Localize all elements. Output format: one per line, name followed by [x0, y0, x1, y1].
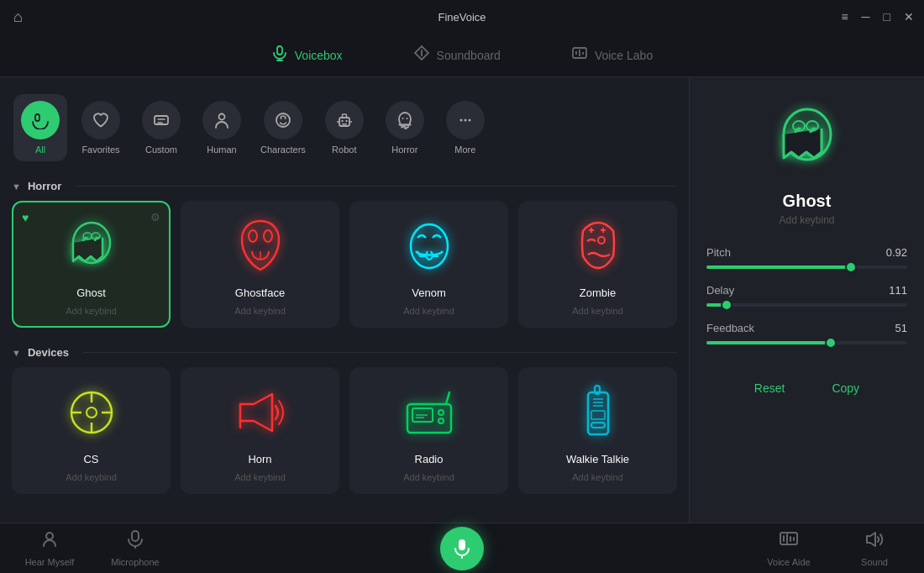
cat-all[interactable]: All — [13, 94, 67, 161]
delay-track[interactable] — [706, 303, 907, 307]
ghost-settings-icon[interactable]: ⚙ — [150, 211, 160, 223]
svg-point-31 — [411, 224, 448, 268]
cat-robot[interactable]: Robot — [318, 94, 371, 161]
feedback-track[interactable] — [706, 341, 907, 344]
microphone-label: Microphone — [111, 557, 159, 567]
copy-button[interactable]: Copy — [818, 376, 873, 400]
minimize-button[interactable]: ─ — [862, 10, 870, 24]
cat-favorites[interactable]: Favorites — [74, 94, 128, 161]
svg-point-47 — [438, 410, 444, 415]
cat-custom-icon — [142, 101, 181, 139]
devices-divider — [82, 352, 677, 353]
walkie-icon — [564, 379, 632, 446]
cat-custom[interactable]: Custom — [134, 94, 188, 161]
voice-aide-button[interactable]: Voice Aide — [759, 529, 818, 567]
voice-card-walkie[interactable]: Walkie Talkie Add keybind — [518, 367, 677, 494]
horn-icon — [227, 379, 294, 446]
svg-point-42 — [87, 407, 97, 418]
maximize-button[interactable]: □ — [884, 10, 890, 24]
zombie-keybind[interactable]: Add keybind — [572, 306, 623, 316]
radio-keybind[interactable]: Add keybind — [403, 472, 454, 482]
voice-card-cs[interactable]: CS Add keybind — [12, 367, 171, 494]
delay-value: 111 — [889, 284, 907, 297]
cat-horror[interactable]: Horror — [378, 94, 432, 161]
delay-row: Delay 111 — [706, 284, 907, 297]
pitch-value: 0.92 — [886, 246, 907, 259]
cat-characters-label: Characters — [260, 145, 306, 155]
venom-keybind[interactable]: Add keybind — [403, 306, 454, 316]
cat-more[interactable]: More — [438, 94, 492, 161]
cat-human-icon — [202, 101, 241, 139]
right-panel: Ghost Add keybind Pitch 0.92 Delay 111 — [689, 77, 924, 523]
svg-point-60 — [46, 533, 53, 539]
cat-favorites-label: Favorites — [81, 145, 119, 155]
add-keybind-link[interactable]: Add keybind — [779, 214, 834, 226]
selected-voice-name: Ghost — [783, 192, 832, 211]
center-mic-button[interactable] — [440, 527, 484, 570]
pitch-track[interactable] — [706, 265, 907, 269]
close-button[interactable]: ✕ — [904, 10, 914, 24]
svg-rect-9 — [35, 114, 39, 121]
voice-card-horn[interactable]: Horn Add keybind — [181, 367, 339, 494]
titlebar: ⌂ FineVoice ≡ ─ □ ✕ — [0, 0, 924, 34]
main-mic-btn[interactable] — [440, 527, 484, 570]
horn-keybind[interactable]: Add keybind — [234, 472, 286, 482]
voice-card-venom[interactable]: Venom Add keybind — [349, 201, 508, 328]
horror-chevron[interactable]: ▼ — [12, 181, 21, 192]
svg-rect-19 — [342, 124, 347, 125]
svg-rect-63 — [459, 539, 465, 550]
hear-myself-button[interactable]: Hear Myself — [20, 529, 79, 567]
delay-thumb[interactable] — [721, 299, 732, 311]
nav-voicebox-label: Voicebox — [295, 49, 343, 62]
nav-voicebox[interactable]: Voicebox — [261, 38, 353, 72]
svg-marker-70 — [867, 533, 875, 546]
walkie-keybind[interactable]: Add keybind — [572, 472, 623, 482]
feedback-value: 51 — [895, 322, 907, 334]
hear-myself-icon — [39, 529, 60, 554]
ghost-keybind[interactable]: Add keybind — [66, 306, 117, 316]
pitch-thumb[interactable] — [845, 261, 857, 273]
microphone-button[interactable]: Microphone — [106, 529, 165, 567]
app-title: FineVoice — [438, 11, 486, 24]
ghost-name: Ghost — [76, 286, 106, 299]
svg-point-29 — [264, 230, 272, 242]
sound-button[interactable]: Sound — [845, 529, 904, 567]
cat-human-label: Human — [207, 145, 236, 155]
horror-section-header: ▼ Horror — [8, 175, 680, 201]
delay-label: Delay — [706, 284, 734, 297]
svg-rect-16 — [342, 114, 346, 118]
menu-icon[interactable]: ≡ — [841, 10, 848, 24]
selected-voice-icon — [765, 97, 849, 181]
nav-voicelabo[interactable]: Voice Labo — [561, 38, 663, 72]
horn-name: Horn — [248, 453, 271, 465]
cat-human[interactable]: Human — [195, 94, 249, 161]
cat-all-label: All — [35, 145, 45, 155]
voice-card-ghost[interactable]: ♥ ⚙ Ghost Add keybind — [12, 201, 171, 328]
ghost-fav-icon[interactable]: ♥ — [22, 211, 29, 224]
home-icon[interactable]: ⌂ — [13, 8, 23, 26]
cs-name: CS — [83, 453, 98, 465]
pitch-label: Pitch — [706, 246, 731, 259]
main-layout: All Favorites Custom — [0, 77, 924, 523]
cs-keybind[interactable]: Add keybind — [66, 472, 117, 482]
cat-robot-icon — [325, 101, 364, 139]
svg-point-22 — [402, 118, 403, 119]
cat-all-icon — [21, 101, 60, 139]
feedback-thumb[interactable] — [825, 337, 837, 349]
svg-point-26 — [468, 119, 470, 122]
voicelabo-icon — [571, 45, 588, 66]
ghostface-keybind[interactable]: Add keybind — [234, 306, 286, 316]
voice-card-ghostface[interactable]: Ghostface Add keybind — [181, 201, 339, 328]
feedback-fill — [706, 341, 831, 344]
svg-line-49 — [446, 392, 449, 404]
voice-card-radio[interactable]: Radio Add keybind — [349, 367, 508, 494]
reset-button[interactable]: Reset — [741, 376, 799, 400]
horror-voice-grid: ♥ ⚙ Ghost Add keybind — [8, 201, 680, 341]
svg-point-18 — [345, 120, 347, 122]
voice-card-zombie[interactable]: Zombie Add keybind — [518, 201, 677, 328]
microphone-icon — [125, 529, 145, 554]
devices-chevron[interactable]: ▼ — [12, 348, 21, 358]
bottom-bar: Hear Myself Microphone — [0, 523, 924, 573]
nav-soundboard[interactable]: Soundboard — [403, 38, 511, 72]
cat-characters[interactable]: Characters — [255, 94, 311, 161]
